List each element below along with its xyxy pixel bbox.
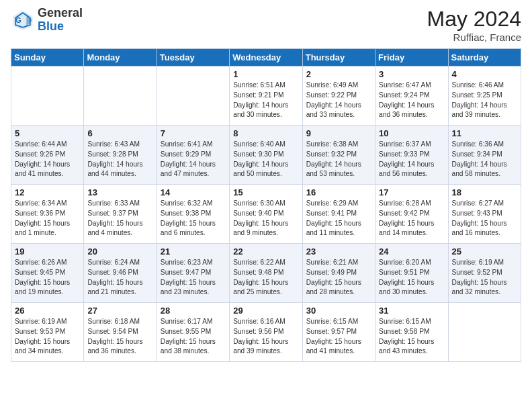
table-row: 13 Sunrise: 6:33 AMSunset: 9:37 PMDaylig…: [84, 185, 157, 244]
day-number: 23: [306, 246, 371, 257]
day-info: Sunrise: 6:19 AMSunset: 9:53 PMDaylight:…: [15, 318, 70, 355]
table-row: 30 Sunrise: 6:15 AMSunset: 9:57 PMDaylig…: [302, 303, 375, 362]
day-number: 5: [15, 128, 80, 138]
day-info: Sunrise: 6:44 AMSunset: 9:26 PMDaylight:…: [15, 140, 70, 177]
table-row: 5 Sunrise: 6:44 AMSunset: 9:26 PMDayligh…: [11, 126, 84, 185]
day-number: 19: [15, 246, 80, 257]
day-info: Sunrise: 6:28 AMSunset: 9:42 PMDaylight:…: [379, 199, 434, 236]
day-number: 13: [87, 187, 152, 197]
day-number: 26: [15, 306, 80, 316]
day-number: 11: [452, 128, 517, 138]
table-row: 23 Sunrise: 6:21 AMSunset: 9:49 PMDaylig…: [302, 244, 375, 303]
header: G General Blue May 2024 Ruffiac, France: [11, 7, 521, 43]
day-info: Sunrise: 6:33 AMSunset: 9:37 PMDaylight:…: [87, 199, 142, 236]
day-info: Sunrise: 6:43 AMSunset: 9:28 PMDaylight:…: [87, 140, 142, 177]
day-info: Sunrise: 6:29 AMSunset: 9:41 PMDaylight:…: [306, 199, 361, 236]
day-number: 1: [233, 69, 298, 79]
day-info: Sunrise: 6:15 AMSunset: 9:58 PMDaylight:…: [379, 318, 434, 355]
day-number: 21: [161, 246, 226, 257]
table-row: 22 Sunrise: 6:22 AMSunset: 9:48 PMDaylig…: [230, 244, 302, 303]
table-row: 11 Sunrise: 6:36 AMSunset: 9:34 PMDaylig…: [448, 126, 521, 185]
table-row: 26 Sunrise: 6:19 AMSunset: 9:53 PMDaylig…: [11, 303, 84, 362]
logo-blue: Blue: [38, 20, 83, 34]
table-row: 1 Sunrise: 6:51 AMSunset: 9:21 PMDayligh…: [230, 66, 302, 126]
day-info: Sunrise: 6:30 AMSunset: 9:40 PMDaylight:…: [233, 199, 288, 236]
table-row: 27 Sunrise: 6:18 AMSunset: 9:54 PMDaylig…: [84, 303, 157, 362]
table-row: [157, 66, 229, 126]
day-number: 29: [233, 306, 298, 316]
day-number: 7: [161, 128, 226, 138]
day-info: Sunrise: 6:32 AMSunset: 9:38 PMDaylight:…: [161, 199, 216, 236]
table-row: 12 Sunrise: 6:34 AMSunset: 9:36 PMDaylig…: [11, 185, 84, 244]
day-info: Sunrise: 6:37 AMSunset: 9:33 PMDaylight:…: [379, 140, 434, 177]
day-number: 8: [233, 128, 298, 138]
day-number: 3: [379, 69, 444, 79]
day-info: Sunrise: 6:18 AMSunset: 9:54 PMDaylight:…: [87, 318, 142, 355]
day-info: Sunrise: 6:15 AMSunset: 9:57 PMDaylight:…: [306, 318, 361, 355]
day-number: 2: [306, 69, 371, 79]
day-number: 9: [306, 128, 371, 138]
col-tuesday: Tuesday: [157, 49, 229, 66]
day-info: Sunrise: 6:40 AMSunset: 9:30 PMDaylight:…: [233, 140, 288, 177]
day-number: 4: [452, 69, 517, 79]
table-row: 24 Sunrise: 6:20 AMSunset: 9:51 PMDaylig…: [375, 244, 448, 303]
day-number: 17: [379, 187, 444, 197]
day-number: 6: [87, 128, 152, 138]
logo: G General Blue: [11, 7, 83, 34]
table-row: [84, 66, 157, 126]
table-row: 29 Sunrise: 6:16 AMSunset: 9:56 PMDaylig…: [230, 303, 302, 362]
day-number: 20: [87, 246, 152, 257]
table-row: 25 Sunrise: 6:19 AMSunset: 9:52 PMDaylig…: [448, 244, 521, 303]
day-info: Sunrise: 6:16 AMSunset: 9:56 PMDaylight:…: [233, 318, 288, 355]
day-number: 14: [161, 187, 226, 197]
table-row: 3 Sunrise: 6:47 AMSunset: 9:24 PMDayligh…: [375, 66, 448, 126]
svg-text:G: G: [15, 15, 21, 24]
title-block: May 2024 Ruffiac, France: [427, 7, 521, 43]
col-saturday: Saturday: [448, 49, 521, 66]
day-number: 22: [233, 246, 298, 257]
page: G General Blue May 2024 Ruffiac, France …: [0, 0, 532, 411]
day-info: Sunrise: 6:34 AMSunset: 9:36 PMDaylight:…: [15, 199, 70, 236]
day-info: Sunrise: 6:27 AMSunset: 9:43 PMDaylight:…: [452, 199, 507, 236]
day-number: 31: [379, 306, 444, 316]
table-row: [11, 66, 84, 126]
table-row: 7 Sunrise: 6:41 AMSunset: 9:29 PMDayligh…: [157, 126, 229, 185]
table-row: 31 Sunrise: 6:15 AMSunset: 9:58 PMDaylig…: [375, 303, 448, 362]
table-row: 17 Sunrise: 6:28 AMSunset: 9:42 PMDaylig…: [375, 185, 448, 244]
day-info: Sunrise: 6:47 AMSunset: 9:24 PMDaylight:…: [379, 81, 434, 118]
table-row: 2 Sunrise: 6:49 AMSunset: 9:22 PMDayligh…: [302, 66, 375, 126]
table-row: 4 Sunrise: 6:46 AMSunset: 9:25 PMDayligh…: [448, 66, 521, 126]
logo-icon: G: [11, 8, 35, 32]
table-row: 14 Sunrise: 6:32 AMSunset: 9:38 PMDaylig…: [157, 185, 229, 244]
table-row: 28 Sunrise: 6:17 AMSunset: 9:55 PMDaylig…: [157, 303, 229, 362]
day-info: Sunrise: 6:46 AMSunset: 9:25 PMDaylight:…: [452, 81, 507, 118]
day-number: 16: [306, 187, 371, 197]
day-info: Sunrise: 6:22 AMSunset: 9:48 PMDaylight:…: [233, 259, 288, 295]
day-number: 30: [306, 306, 371, 316]
day-info: Sunrise: 6:41 AMSunset: 9:29 PMDaylight:…: [161, 140, 216, 177]
table-row: [448, 303, 521, 362]
col-wednesday: Wednesday: [230, 49, 302, 66]
table-row: 9 Sunrise: 6:38 AMSunset: 9:32 PMDayligh…: [302, 126, 375, 185]
day-number: 25: [452, 246, 517, 257]
day-info: Sunrise: 6:49 AMSunset: 9:22 PMDaylight:…: [306, 81, 361, 118]
col-thursday: Thursday: [302, 49, 375, 66]
day-number: 27: [87, 306, 152, 316]
logo-general: General: [38, 7, 83, 20]
calendar-table: Sunday Monday Tuesday Wednesday Thursday…: [11, 48, 521, 362]
col-friday: Friday: [375, 49, 448, 66]
day-number: 12: [15, 187, 80, 197]
day-info: Sunrise: 6:38 AMSunset: 9:32 PMDaylight:…: [306, 140, 361, 177]
logo-text: General Blue: [38, 7, 83, 34]
day-number: 28: [161, 306, 226, 316]
day-info: Sunrise: 6:17 AMSunset: 9:55 PMDaylight:…: [161, 318, 216, 355]
table-row: 8 Sunrise: 6:40 AMSunset: 9:30 PMDayligh…: [230, 126, 302, 185]
col-monday: Monday: [84, 49, 157, 66]
day-info: Sunrise: 6:51 AMSunset: 9:21 PMDaylight:…: [233, 81, 288, 118]
day-info: Sunrise: 6:23 AMSunset: 9:47 PMDaylight:…: [161, 259, 216, 295]
table-row: 20 Sunrise: 6:24 AMSunset: 9:46 PMDaylig…: [84, 244, 157, 303]
col-sunday: Sunday: [11, 49, 84, 66]
day-info: Sunrise: 6:26 AMSunset: 9:45 PMDaylight:…: [15, 259, 70, 295]
header-row: Sunday Monday Tuesday Wednesday Thursday…: [11, 49, 521, 66]
day-info: Sunrise: 6:21 AMSunset: 9:49 PMDaylight:…: [306, 259, 361, 295]
